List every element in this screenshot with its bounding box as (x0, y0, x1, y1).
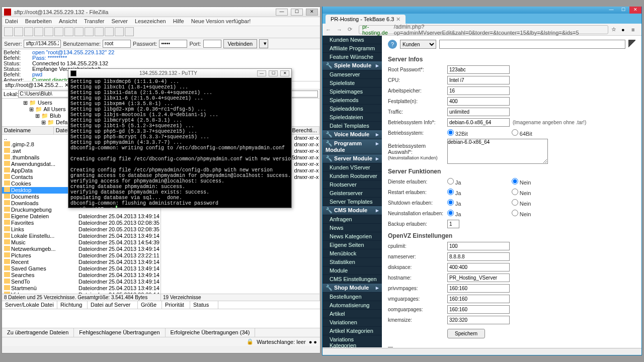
os-64bit-radio[interactable] (512, 129, 518, 136)
sidebar-item[interactable]: Server Templates (323, 198, 382, 206)
site-manager-icon[interactable] (4, 27, 13, 36)
menu-item[interactable]: Transfer (84, 18, 105, 25)
diskspace-input[interactable] (447, 263, 510, 272)
sidebar-item[interactable]: 🔧 Shop Module▸ (323, 284, 382, 293)
sidebar-item[interactable]: Artikel Kategorien (323, 327, 382, 335)
queue-header[interactable]: Server/Lokale DateiRichtungDatei auf Ser… (2, 301, 320, 309)
filezilla-menubar[interactable]: DateiBearbeitenAnsichtTransferServerLese… (2, 17, 320, 26)
sidebar-item[interactable]: Kunden VServer (323, 163, 382, 172)
save-button[interactable]: Speichern (447, 329, 485, 338)
sidebar-item[interactable]: Menüblock (323, 249, 382, 258)
list-item[interactable]: MusicDateiordner25.04.2013 14:54:39 (2, 239, 160, 246)
putty-titlebar[interactable]: 134.255.229.132 - PuTTY — ☐ ✕ (68, 69, 291, 78)
forward-button[interactable]: → (337, 27, 345, 33)
header-input[interactable] (439, 40, 625, 49)
sidebar-item[interactable]: News (323, 224, 382, 232)
sidebar-item[interactable]: Affiliate Programm (323, 44, 382, 53)
password-input[interactable] (159, 40, 187, 48)
sidebar-item[interactable]: Statistiken (323, 258, 382, 266)
hdd-input[interactable] (447, 97, 510, 106)
admin-sidebar[interactable]: Kunden NewsAffiliate ProgrammFeature Wün… (323, 36, 382, 347)
sidebar-item[interactable]: 🔧 Programm Module▸ (323, 139, 382, 154)
list-item[interactable]: FavoritesDateiordner20.05.2013 02:08:35 (2, 220, 160, 226)
sidebar-item[interactable]: Eigene Seiten (323, 241, 382, 249)
sidebar-item[interactable]: Datei Templates (323, 122, 382, 130)
minimize-button[interactable]: — (276, 9, 288, 16)
extension-icon[interactable]: ● (621, 27, 628, 33)
toolbar-icon[interactable] (85, 27, 94, 36)
sidebar-item[interactable]: Bestellungen (323, 293, 382, 301)
sidebar-item[interactable]: News Kategorien (323, 232, 382, 241)
list-item[interactable]: Netzwerkumgeb...Dateiordner25.04.2013 13… (2, 246, 160, 252)
oomguarpages-input[interactable] (447, 305, 510, 314)
sidebar-item[interactable]: Variations Kategorien (323, 335, 382, 347)
sidebar-item[interactable]: 🔧 Server Module▸ (323, 154, 382, 163)
sidebar-item[interactable]: Spielemods (323, 96, 382, 105)
queue-tab[interactable]: Erfolgreiche Übertragungen (34) (166, 328, 256, 337)
browser-tab[interactable]: PR-Hosting - TekBase 6.3 ✕ (326, 15, 406, 24)
minimize-button[interactable]: — (605, 7, 617, 14)
minimize-button[interactable]: — (257, 70, 266, 76)
cpu-input[interactable] (447, 76, 510, 84)
toolbar-icon[interactable] (115, 27, 124, 36)
sidebar-item[interactable]: 🔧 CMS Module▸ (323, 206, 382, 215)
filezilla-titlebar[interactable]: sftp://root@134.255.229.132 - FileZilla … (2, 7, 320, 17)
connection-tab[interactable]: sftp://root@134.255.2... ✕ (2, 81, 72, 89)
sidebar-item[interactable]: Module (323, 266, 382, 275)
toolbar-icon[interactable] (54, 27, 63, 36)
menu-item[interactable]: Hilfe (173, 18, 184, 25)
os-32bit-radio[interactable] (447, 129, 454, 136)
close-button[interactable]: ✕ (306, 9, 318, 16)
queue-tab[interactable]: Fehlgeschlagene Übertragungen (74, 328, 165, 337)
bookmark-icon[interactable]: ☆ (611, 26, 618, 33)
server-input[interactable] (24, 40, 61, 48)
sidebar-item[interactable]: Kunden News (323, 36, 382, 44)
horizontal-scrollbar[interactable] (323, 348, 641, 355)
toolbar-icon[interactable] (24, 27, 33, 36)
menu-item[interactable]: Ansicht (59, 18, 77, 25)
menu-item[interactable]: Datei (5, 18, 18, 25)
back-button[interactable]: ← (326, 27, 334, 33)
help-icon[interactable]: ? (388, 40, 397, 49)
list-item[interactable]: Saved GamesDateiordner25.04.2013 13:49:1… (2, 265, 160, 272)
tab-bar[interactable]: PR-Hosting - TekBase 6.3 ✕ (323, 14, 641, 24)
kmemsize-input[interactable] (447, 316, 510, 324)
list-item[interactable]: Eigene DateienDateiordner25.04.2013 13:4… (2, 213, 160, 220)
sidebar-item[interactable]: Gameserver (323, 70, 382, 79)
maximize-button[interactable]: ☐ (291, 9, 303, 16)
maximize-button[interactable]: ☐ (269, 70, 278, 76)
sidebar-item[interactable]: Automatisierung (323, 301, 382, 310)
list-item[interactable]: StartmenüDateiordner25.04.2013 13:49:14 (2, 285, 160, 292)
connect-dropdown[interactable]: ▾ (259, 39, 268, 48)
sidebar-item[interactable]: Artikel (323, 310, 382, 318)
menu-icon[interactable]: ≡ (631, 27, 638, 33)
sidebar-item[interactable]: Variationen (323, 318, 382, 327)
backup-input[interactable] (447, 220, 459, 228)
list-item[interactable]: SendToDateiordner25.04.2013 13:49:14 (2, 279, 160, 285)
queue-tab[interactable]: Zu übertragende Dateien (2, 328, 74, 337)
user-input[interactable] (103, 40, 131, 48)
address-bar[interactable]: pr-hosting.de/admin.php?op=adminMVserver… (359, 25, 608, 34)
customer-select[interactable]: Kunden (400, 40, 436, 49)
list-item[interactable]: LinksDateiordner20.05.2013 02:08:35 (2, 226, 160, 233)
menu-item[interactable]: Neue Version verfügbar! (191, 18, 251, 25)
traffic-input[interactable] (447, 108, 510, 116)
terminal[interactable]: Setting up libxdmcp6 (1:1.1.0-4) ... Set… (68, 78, 291, 208)
connect-button[interactable]: Verbinden (223, 39, 258, 48)
list-item[interactable]: PicturesDateiordner25.04.2013 23:22:11 (2, 252, 160, 259)
chrome-titlebar[interactable]: — ☐ ✕ (323, 7, 641, 14)
reload-button[interactable]: ⟳ (348, 26, 356, 33)
sidebar-item[interactable]: Kunden Rootserver (323, 172, 382, 180)
privvmpages-input[interactable] (447, 284, 510, 293)
sidebar-item[interactable]: Spieleaddons (323, 105, 382, 113)
vmguarpages-input[interactable] (447, 295, 510, 303)
sidebar-item[interactable]: Spieleliste (323, 79, 382, 87)
osinfo-input[interactable] (447, 118, 510, 127)
sidebar-item[interactable]: Geisterserver (323, 189, 382, 198)
toolbar-icon[interactable] (44, 27, 53, 36)
queue-tabs[interactable]: Zu übertragende DateienFehlgeschlagene Ü… (2, 328, 320, 337)
expand-advanced[interactable]: +Erweiterte Einstellungen (388, 346, 635, 347)
toolbar-icon[interactable] (14, 27, 23, 36)
toolbar-icon[interactable] (74, 27, 84, 36)
list-item[interactable]: RecentDateiordner25.04.2013 13:49:14 (2, 259, 160, 265)
